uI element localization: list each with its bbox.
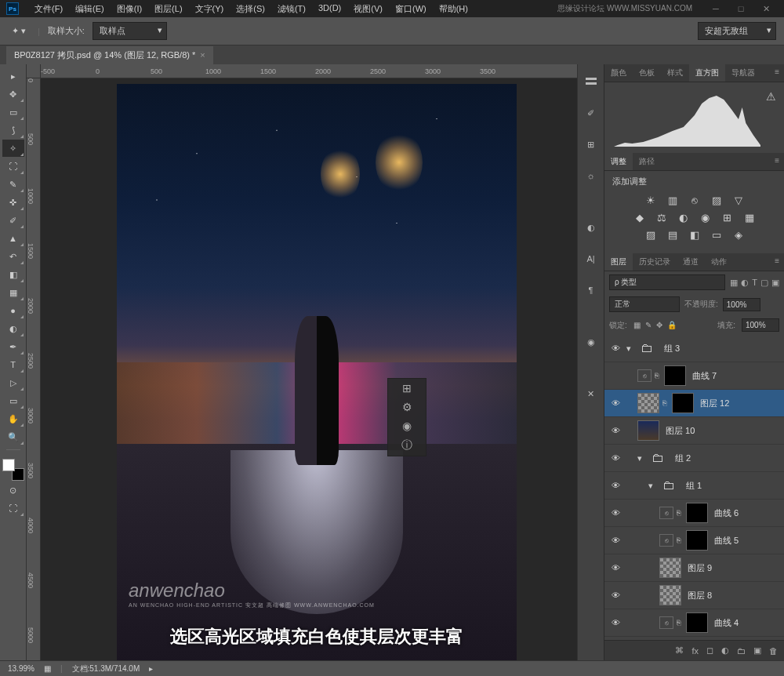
brush-tool[interactable]: ✐ xyxy=(2,212,24,229)
brightness-icon[interactable]: ☀ xyxy=(644,194,658,206)
adjustment-thumb[interactable]: ⎋ xyxy=(637,369,652,382)
shape-tool[interactable]: ▭ xyxy=(2,392,24,409)
menu-item[interactable]: 文件(F) xyxy=(28,3,69,15)
layer-name[interactable]: 图层 10 xyxy=(666,425,695,437)
panel-tab[interactable]: 样式 xyxy=(661,64,689,82)
layer-name[interactable]: 曲线 5 xyxy=(714,535,739,547)
tab-paths[interactable]: 路径 xyxy=(633,153,661,170)
menu-item[interactable]: 图层(L) xyxy=(148,3,188,15)
link-layers-icon[interactable]: ⌘ xyxy=(675,645,684,656)
panel-menu-icon[interactable]: ≡ xyxy=(770,64,784,82)
filter-smart-icon[interactable]: ▣ xyxy=(771,278,779,288)
magic-wand-tool[interactable]: ✧ xyxy=(2,140,24,157)
group-arrow-icon[interactable]: ▾ xyxy=(637,453,647,463)
cc-panel-icon[interactable]: ◉ xyxy=(582,333,601,351)
threshold-icon[interactable]: ◧ xyxy=(688,228,702,241)
adjustment-thumb[interactable]: ⎋ xyxy=(659,616,673,629)
panel-icon[interactable]: ⚙ xyxy=(402,401,412,413)
panel-icon[interactable]: ◉ xyxy=(402,420,412,432)
document-canvas[interactable]: anwenchao AN WENCHAO HIGH-END ARTISTIC 安… xyxy=(117,84,517,660)
expand-icon[interactable]: ▸ xyxy=(2,67,24,85)
color-swatches[interactable] xyxy=(2,459,24,481)
lock-pixels-icon[interactable]: ✎ xyxy=(645,321,652,329)
layer-mask-thumb[interactable] xyxy=(686,503,708,523)
photo-filter-icon[interactable]: ◉ xyxy=(699,211,713,224)
hue-icon[interactable]: ◆ xyxy=(633,211,647,224)
crop-tool[interactable]: ⛶ xyxy=(2,158,24,175)
menu-item[interactable]: 帮助(H) xyxy=(433,3,474,15)
menu-item[interactable]: 视图(V) xyxy=(347,3,389,15)
layer-name[interactable]: 曲线 4 xyxy=(714,617,739,629)
quickmask-tool[interactable]: ⊙ xyxy=(2,482,24,499)
layer-visibility-icon[interactable]: 👁 xyxy=(604,453,626,463)
filter-pixel-icon[interactable]: ▦ xyxy=(730,278,738,288)
type-tool[interactable]: T xyxy=(2,356,24,373)
layer-visibility-icon[interactable]: 👁 xyxy=(604,536,626,545)
panel-tab[interactable]: 图层 xyxy=(604,253,633,271)
layer-name[interactable]: 曲线 7 xyxy=(692,370,717,382)
layer-fx-icon[interactable]: fx xyxy=(691,646,699,656)
hand-tool[interactable]: ✋ xyxy=(2,410,24,427)
lookup-icon[interactable]: ▦ xyxy=(742,211,757,224)
selective-icon[interactable]: ◈ xyxy=(731,228,746,241)
histogram-warning-icon[interactable]: ⚠ xyxy=(766,90,776,103)
layer-mask-thumb[interactable] xyxy=(672,393,694,413)
tab-adjustments[interactable]: 调整 xyxy=(604,153,633,170)
tools-panel-icon[interactable]: ✕ xyxy=(582,384,601,403)
layer-visibility-icon[interactable]: 👁 xyxy=(604,343,626,353)
lock-all-icon[interactable]: 🔒 xyxy=(667,321,677,329)
layer-row[interactable]: 👁▾🗀组 2 xyxy=(604,445,784,472)
lasso-tool[interactable]: ⟆ xyxy=(2,122,24,139)
dodge-tool[interactable]: ◐ xyxy=(2,320,24,337)
zoom-level[interactable]: 13.99% xyxy=(8,664,34,673)
vibrance-icon[interactable]: ▽ xyxy=(731,194,746,206)
layer-row[interactable]: 👁▾🗀组 1 xyxy=(604,472,784,500)
link-icon[interactable]: ⎘ xyxy=(677,536,686,544)
styles-panel-icon[interactable]: ☼ xyxy=(582,166,601,185)
menu-item[interactable]: 滤镜(T) xyxy=(271,3,312,15)
pen-tool[interactable]: ✒ xyxy=(2,338,24,355)
menu-item[interactable]: 图像(I) xyxy=(111,3,148,15)
layer-row[interactable]: 👁⎘图层 12 xyxy=(604,390,784,417)
link-icon[interactable]: ⎘ xyxy=(677,509,686,517)
layer-name[interactable]: 组 1 xyxy=(686,480,702,492)
ruler-horizontal[interactable]: -5000500100015002000250030003500 xyxy=(41,64,577,78)
panel-icon[interactable]: ⊞ xyxy=(402,382,412,394)
layer-name[interactable]: 图层 8 xyxy=(688,590,712,601)
layer-name[interactable]: 图层 12 xyxy=(700,398,729,409)
layer-name[interactable]: 图层 9 xyxy=(688,562,712,574)
bw-icon[interactable]: ◐ xyxy=(677,211,691,224)
balance-icon[interactable]: ⚖ xyxy=(655,211,669,224)
link-icon[interactable]: ⎘ xyxy=(655,372,664,380)
new-group-icon[interactable]: 🗀 xyxy=(737,646,746,656)
panel-tab[interactable]: 历史记录 xyxy=(633,253,677,271)
paragraph-panel-icon[interactable]: ¶ xyxy=(582,281,601,300)
curves-icon[interactable]: ⎋ xyxy=(688,194,702,206)
layer-row[interactable]: 👁⎋⎘曲线 4 xyxy=(604,609,784,637)
layer-row[interactable]: 👁⎋⎘曲线 5 xyxy=(604,527,784,554)
stamp-tool[interactable]: ▲ xyxy=(2,230,24,247)
menu-item[interactable]: 窗口(W) xyxy=(389,3,433,15)
gradient-map-icon[interactable]: ▭ xyxy=(710,228,724,241)
link-icon[interactable]: ⎘ xyxy=(662,399,672,407)
history-brush-tool[interactable]: ↶ xyxy=(2,248,24,265)
add-adjustment-icon[interactable]: ◐ xyxy=(721,645,729,656)
levels-icon[interactable]: ▥ xyxy=(666,194,680,206)
screenmode-tool[interactable]: ⛶ xyxy=(2,500,24,517)
menu-item[interactable]: 3D(D) xyxy=(312,3,347,15)
blend-mode-dropdown[interactable]: 正常 xyxy=(609,296,680,312)
eyedropper-tool[interactable]: ✎ xyxy=(2,176,24,193)
status-icon[interactable]: ▦ xyxy=(44,664,51,673)
maximize-button[interactable]: □ xyxy=(729,2,753,16)
filter-type-icon[interactable]: T xyxy=(752,278,757,288)
layer-name[interactable]: 组 2 xyxy=(675,452,691,464)
foreground-color[interactable] xyxy=(2,459,15,471)
sample-size-dropdown[interactable]: 取样点 xyxy=(93,22,167,40)
lock-position-icon[interactable]: ✥ xyxy=(656,321,662,329)
panel-tab[interactable]: 动作 xyxy=(705,253,733,271)
panel-tab[interactable]: 颜色 xyxy=(604,64,633,82)
adjustment-thumb[interactable]: ⎋ xyxy=(659,534,673,547)
brush-panel-icon[interactable]: ✐ xyxy=(582,104,601,122)
layer-visibility-icon[interactable]: 👁 xyxy=(604,508,626,518)
new-layer-icon[interactable]: ▣ xyxy=(753,645,761,656)
